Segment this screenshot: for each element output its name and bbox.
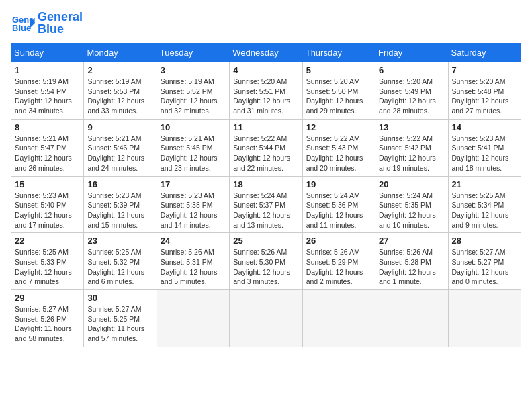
calendar-cell: 7Sunrise: 5:20 AM Sunset: 5:48 PM Daylig… — [448, 62, 521, 120]
calendar-cell: 28Sunrise: 5:27 AM Sunset: 5:27 PM Dayli… — [448, 233, 521, 290]
day-number: 5 — [306, 65, 371, 75]
calendar-cell: 29Sunrise: 5:27 AM Sunset: 5:26 PM Dayli… — [11, 290, 84, 347]
weekday-header-row: SundayMondayTuesdayWednesdayThursdayFrid… — [11, 44, 521, 62]
day-info: Sunrise: 5:24 AM Sunset: 5:36 PM Dayligh… — [306, 191, 371, 230]
calendar-cell: 1Sunrise: 5:19 AM Sunset: 5:54 PM Daylig… — [11, 62, 84, 120]
calendar-cell: 9Sunrise: 5:21 AM Sunset: 5:46 PM Daylig… — [84, 119, 157, 176]
day-info: Sunrise: 5:20 AM Sunset: 5:49 PM Dayligh… — [379, 77, 444, 116]
calendar-cell: 25Sunrise: 5:26 AM Sunset: 5:30 PM Dayli… — [230, 233, 302, 290]
day-info: Sunrise: 5:20 AM Sunset: 5:50 PM Dayligh… — [306, 77, 371, 116]
calendar-cell: 3Sunrise: 5:19 AM Sunset: 5:52 PM Daylig… — [157, 62, 229, 120]
calendar-cell: 12Sunrise: 5:22 AM Sunset: 5:43 PM Dayli… — [302, 119, 375, 176]
weekday-header-saturday: Saturday — [448, 44, 521, 62]
day-info: Sunrise: 5:20 AM Sunset: 5:48 PM Dayligh… — [452, 77, 517, 116]
day-info: Sunrise: 5:27 AM Sunset: 5:25 PM Dayligh… — [87, 304, 152, 344]
day-info: Sunrise: 5:25 AM Sunset: 5:32 PM Dayligh… — [87, 247, 152, 287]
day-info: Sunrise: 5:27 AM Sunset: 5:26 PM Dayligh… — [15, 304, 80, 344]
weekday-header-friday: Friday — [375, 44, 448, 62]
calendar-cell: 11Sunrise: 5:22 AM Sunset: 5:44 PM Dayli… — [230, 119, 302, 176]
day-info: Sunrise: 5:23 AM Sunset: 5:38 PM Dayligh… — [161, 191, 226, 230]
day-number: 24 — [161, 236, 226, 246]
day-number: 26 — [306, 236, 371, 246]
day-info: Sunrise: 5:19 AM Sunset: 5:54 PM Dayligh… — [15, 77, 80, 116]
logo: General Blue GeneralBlue — [11, 11, 83, 35]
day-number: 4 — [233, 65, 298, 75]
calendar-cell: 5Sunrise: 5:20 AM Sunset: 5:50 PM Daylig… — [302, 62, 375, 120]
day-info: Sunrise: 5:21 AM Sunset: 5:46 PM Dayligh… — [87, 134, 152, 173]
day-info: Sunrise: 5:22 AM Sunset: 5:42 PM Dayligh… — [379, 134, 444, 173]
weekday-header-thursday: Thursday — [302, 44, 375, 62]
day-number: 29 — [15, 293, 80, 303]
calendar-cell — [448, 290, 521, 347]
day-number: 20 — [379, 179, 444, 189]
day-info: Sunrise: 5:23 AM Sunset: 5:41 PM Dayligh… — [452, 134, 517, 173]
day-info: Sunrise: 5:21 AM Sunset: 5:47 PM Dayligh… — [15, 134, 80, 173]
calendar-cell: 23Sunrise: 5:25 AM Sunset: 5:32 PM Dayli… — [84, 233, 157, 290]
weekday-header-monday: Monday — [84, 44, 157, 62]
calendar-cell: 20Sunrise: 5:24 AM Sunset: 5:35 PM Dayli… — [375, 176, 448, 233]
svg-text:Blue: Blue — [12, 23, 31, 33]
day-info: Sunrise: 5:25 AM Sunset: 5:33 PM Dayligh… — [15, 247, 80, 287]
day-number: 15 — [15, 179, 80, 189]
day-number: 27 — [379, 236, 444, 246]
day-number: 11 — [233, 122, 298, 132]
day-info: Sunrise: 5:24 AM Sunset: 5:37 PM Dayligh… — [233, 191, 298, 230]
day-info: Sunrise: 5:26 AM Sunset: 5:31 PM Dayligh… — [161, 247, 226, 287]
day-number: 1 — [15, 65, 80, 75]
day-number: 10 — [161, 122, 226, 132]
day-info: Sunrise: 5:26 AM Sunset: 5:28 PM Dayligh… — [379, 247, 444, 287]
calendar-cell: 14Sunrise: 5:23 AM Sunset: 5:41 PM Dayli… — [448, 119, 521, 176]
weekday-header-sunday: Sunday — [11, 44, 84, 62]
day-info: Sunrise: 5:21 AM Sunset: 5:45 PM Dayligh… — [161, 134, 226, 173]
calendar-cell: 27Sunrise: 5:26 AM Sunset: 5:28 PM Dayli… — [375, 233, 448, 290]
day-number: 19 — [306, 179, 371, 189]
calendar-cell: 26Sunrise: 5:26 AM Sunset: 5:29 PM Dayli… — [302, 233, 375, 290]
day-number: 16 — [87, 179, 152, 189]
calendar-cell: 6Sunrise: 5:20 AM Sunset: 5:49 PM Daylig… — [375, 62, 448, 120]
day-number: 25 — [233, 236, 298, 246]
day-info: Sunrise: 5:24 AM Sunset: 5:35 PM Dayligh… — [379, 191, 444, 230]
calendar-cell — [230, 290, 302, 347]
weekday-header-wednesday: Wednesday — [230, 44, 302, 62]
day-number: 21 — [452, 179, 517, 189]
calendar-cell: 30Sunrise: 5:27 AM Sunset: 5:25 PM Dayli… — [84, 290, 157, 347]
day-info: Sunrise: 5:23 AM Sunset: 5:39 PM Dayligh… — [87, 191, 152, 230]
day-number: 7 — [452, 65, 517, 75]
calendar-cell — [375, 290, 448, 347]
day-number: 8 — [15, 122, 80, 132]
calendar-week-5: 29Sunrise: 5:27 AM Sunset: 5:26 PM Dayli… — [11, 290, 521, 347]
calendar-cell: 2Sunrise: 5:19 AM Sunset: 5:53 PM Daylig… — [84, 62, 157, 120]
day-info: Sunrise: 5:19 AM Sunset: 5:52 PM Dayligh… — [161, 77, 226, 116]
calendar-cell — [302, 290, 375, 347]
day-info: Sunrise: 5:27 AM Sunset: 5:27 PM Dayligh… — [452, 247, 517, 287]
calendar-cell: 21Sunrise: 5:25 AM Sunset: 5:34 PM Dayli… — [448, 176, 521, 233]
day-number: 3 — [161, 65, 226, 75]
calendar-cell: 15Sunrise: 5:23 AM Sunset: 5:40 PM Dayli… — [11, 176, 84, 233]
day-info: Sunrise: 5:20 AM Sunset: 5:51 PM Dayligh… — [233, 77, 298, 116]
calendar-week-2: 8Sunrise: 5:21 AM Sunset: 5:47 PM Daylig… — [11, 119, 521, 176]
calendar-cell — [157, 290, 229, 347]
day-info: Sunrise: 5:22 AM Sunset: 5:43 PM Dayligh… — [306, 134, 371, 173]
day-info: Sunrise: 5:23 AM Sunset: 5:40 PM Dayligh… — [15, 191, 80, 230]
logo-icon: General Blue — [11, 11, 35, 35]
weekday-header-tuesday: Tuesday — [157, 44, 229, 62]
calendar-cell: 19Sunrise: 5:24 AM Sunset: 5:36 PM Dayli… — [302, 176, 375, 233]
logo-text: GeneralBlue — [38, 11, 83, 35]
day-number: 30 — [87, 293, 152, 303]
day-number: 23 — [87, 236, 152, 246]
calendar-cell: 8Sunrise: 5:21 AM Sunset: 5:47 PM Daylig… — [11, 119, 84, 176]
day-number: 13 — [379, 122, 444, 132]
calendar-cell: 16Sunrise: 5:23 AM Sunset: 5:39 PM Dayli… — [84, 176, 157, 233]
day-info: Sunrise: 5:25 AM Sunset: 5:34 PM Dayligh… — [452, 191, 517, 230]
day-number: 14 — [452, 122, 517, 132]
day-number: 6 — [379, 65, 444, 75]
calendar: SundayMondayTuesdayWednesdayThursdayFrid… — [11, 43, 521, 347]
calendar-week-4: 22Sunrise: 5:25 AM Sunset: 5:33 PM Dayli… — [11, 233, 521, 290]
calendar-cell: 4Sunrise: 5:20 AM Sunset: 5:51 PM Daylig… — [230, 62, 302, 120]
day-info: Sunrise: 5:19 AM Sunset: 5:53 PM Dayligh… — [87, 77, 152, 116]
header: General Blue GeneralBlue — [11, 11, 521, 35]
day-number: 28 — [452, 236, 517, 246]
day-info: Sunrise: 5:26 AM Sunset: 5:29 PM Dayligh… — [306, 247, 371, 287]
day-info: Sunrise: 5:26 AM Sunset: 5:30 PM Dayligh… — [233, 247, 298, 287]
calendar-cell: 18Sunrise: 5:24 AM Sunset: 5:37 PM Dayli… — [230, 176, 302, 233]
